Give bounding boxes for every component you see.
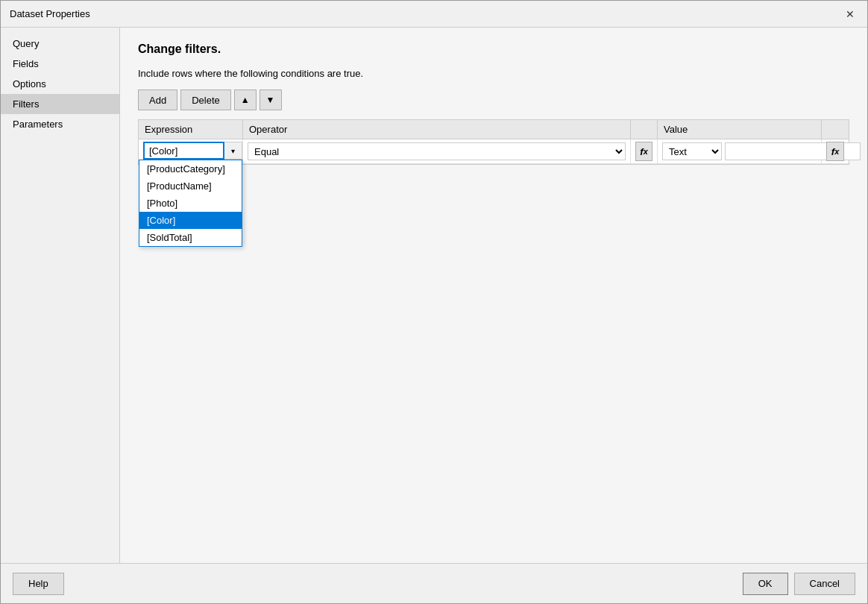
- header-expression: Expression: [139, 120, 243, 139]
- filter-grid: Expression Operator Value ▾: [138, 119, 849, 165]
- sidebar-item-fields[interactable]: Fields: [1, 54, 119, 74]
- toolbar: Add Delete ▲ ▼: [138, 89, 849, 110]
- close-button[interactable]: ✕: [842, 6, 858, 22]
- header-value: Value: [658, 120, 822, 139]
- up-arrow-icon: ▲: [241, 95, 250, 105]
- sidebar-item-query[interactable]: Query: [1, 34, 119, 54]
- dropdown-item-sold-total[interactable]: [SoldTotal]: [139, 229, 242, 246]
- add-button[interactable]: Add: [138, 89, 177, 110]
- value-cell: Text Integer Float DateTime: [658, 139, 822, 163]
- header-fx2: [822, 120, 849, 139]
- section-title: Change filters.: [138, 43, 849, 56]
- sidebar-item-filters[interactable]: Filters: [1, 94, 119, 114]
- fx-button-2[interactable]: fx: [826, 142, 844, 161]
- move-up-button[interactable]: ▲: [234, 89, 257, 110]
- sidebar-item-parameters[interactable]: Parameters: [1, 114, 119, 134]
- main-content: Change filters. Include rows where the f…: [120, 28, 867, 563]
- sidebar-item-options[interactable]: Options: [1, 74, 119, 94]
- header-operator: Operator: [243, 120, 631, 139]
- description: Include rows where the following conditi…: [138, 68, 849, 79]
- dialog-title: Dataset Properties: [10, 8, 90, 19]
- header-fx1: [631, 120, 658, 139]
- dataset-properties-dialog: Dataset Properties ✕ Query Fields Option…: [0, 0, 868, 604]
- type-select[interactable]: Text Integer Float DateTime: [662, 142, 722, 160]
- footer-right: OK Cancel: [743, 573, 855, 595]
- fx-button-cell-2: fx: [822, 139, 849, 163]
- title-bar: Dataset Properties ✕: [1, 1, 867, 28]
- dropdown-item-photo[interactable]: [Photo]: [139, 195, 242, 212]
- footer-left: Help: [13, 573, 64, 595]
- ok-button[interactable]: OK: [743, 573, 788, 595]
- grid-header-row: Expression Operator Value: [139, 120, 849, 139]
- operator-select[interactable]: Equal NotEqual GreaterThan LessThan: [248, 142, 626, 160]
- dialog-body: Query Fields Options Filters Parameters …: [1, 28, 867, 563]
- cancel-button[interactable]: Cancel: [794, 573, 855, 595]
- expression-dropdown: [ProductCategory] [ProductName] [Photo] …: [139, 160, 242, 247]
- expression-dropdown-chevron[interactable]: ▾: [224, 142, 242, 160]
- expression-cell: ▾ [ProductCategory] [ProductName] [Photo…: [139, 139, 243, 163]
- operator-cell: Equal NotEqual GreaterThan LessThan: [243, 139, 631, 163]
- down-arrow-icon: ▼: [266, 95, 275, 105]
- dropdown-item-color[interactable]: [Color]: [139, 212, 242, 229]
- dropdown-item-product-name[interactable]: [ProductName]: [139, 177, 242, 195]
- grid-data-row: ▾ [ProductCategory] [ProductName] [Photo…: [139, 139, 849, 164]
- sidebar: Query Fields Options Filters Parameters: [1, 28, 120, 563]
- help-button[interactable]: Help: [13, 573, 64, 595]
- expression-input[interactable]: [143, 142, 224, 160]
- dropdown-item-product-category[interactable]: [ProductCategory]: [139, 160, 242, 177]
- delete-button[interactable]: Delete: [180, 89, 231, 110]
- fx-button-1[interactable]: fx: [635, 142, 652, 161]
- move-down-button[interactable]: ▼: [260, 89, 282, 110]
- fx-button-cell-1: fx: [631, 139, 658, 163]
- dialog-footer: Help OK Cancel: [1, 563, 867, 603]
